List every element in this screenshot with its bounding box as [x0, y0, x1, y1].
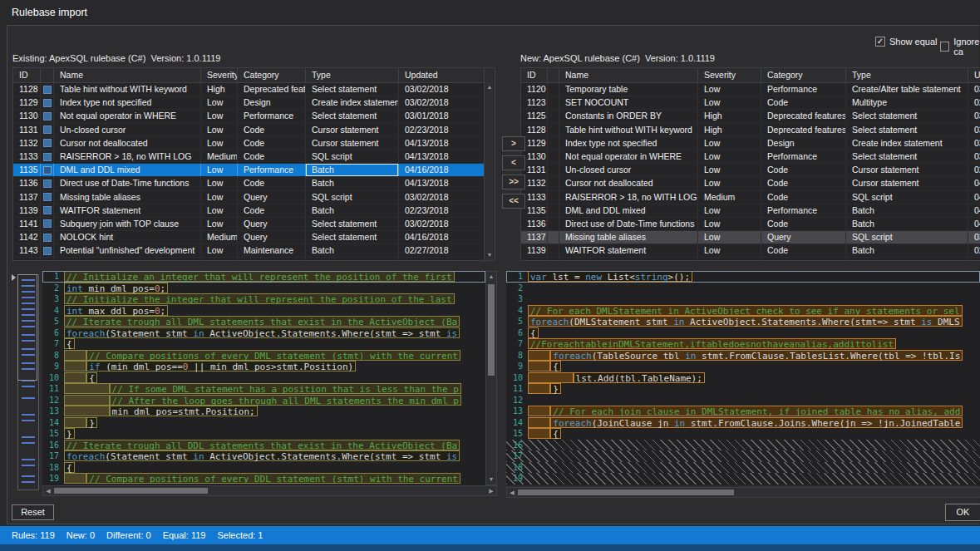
column-header[interactable]: Severity — [698, 68, 761, 82]
scrollbar-thumb[interactable] — [54, 488, 208, 494]
scroll-up-icon[interactable]: ▲ — [485, 82, 495, 92]
scrollbar-thumb[interactable] — [518, 490, 734, 495]
line-number: 3 — [42, 293, 64, 305]
line-number: 11 — [506, 383, 528, 395]
editor-horizontal-scrollbar[interactable]: ◀ — [506, 487, 980, 498]
column-header[interactable]: Name — [54, 68, 201, 82]
table-row[interactable]: 1137Missing table aliasesLowQuerySQL scr… — [521, 231, 980, 244]
grid-vertical-scrollbar[interactable]: ▲ ▼ — [484, 82, 495, 260]
existing-rules-grid[interactable]: IDNameSeverityCategoryTypeUpdated 1128Ta… — [12, 67, 495, 261]
transfer-button-left[interactable]: < — [502, 155, 525, 170]
editor-vertical-scrollbar[interactable]: ▲ ▼ — [485, 271, 497, 485]
line-number: 9 — [42, 361, 64, 372]
cell: Batch — [306, 164, 399, 176]
line-content: { — [528, 428, 980, 440]
cell: 1120 — [521, 83, 548, 96]
table-row[interactable]: 1131Un-closed cursorLowCodeCursor statem… — [521, 164, 980, 177]
cell: DML and DDL mixed — [54, 164, 201, 176]
code-line: 10{ — [42, 372, 485, 384]
table-row[interactable]: 1139WAITFOR statementLowCodeBatch02 — [521, 244, 980, 258]
cell: 1141 — [13, 218, 41, 230]
transfer-button-all-left[interactable]: << — [502, 194, 525, 209]
new-rule-code-editor[interactable]: 1var lst = new List<string>();234// For … — [506, 271, 980, 485]
table-row[interactable]: 1139WAITFOR statementLowCodeBatch02/23/2… — [13, 204, 495, 218]
column-header[interactable]: Severity — [201, 68, 238, 82]
table-row[interactable]: 1128Table hint without WITH keywordHighD… — [521, 124, 980, 137]
scroll-left-icon[interactable]: ◀ — [43, 486, 53, 495]
table-row[interactable]: 1135DML and DDL mixedLowPerformanceBatch… — [521, 204, 980, 218]
table-row[interactable]: 1123SET NOCOUNTLowCodeMultitype02 — [521, 96, 980, 110]
scrollbar-thumb[interactable] — [488, 284, 495, 376]
scroll-down-icon[interactable]: ▼ — [485, 250, 495, 260]
cell: Medium — [201, 231, 238, 244]
table-row[interactable]: 1120Temporary tableLowPerformanceCreate/… — [521, 83, 980, 96]
editor-horizontal-scrollbar[interactable]: ◀ ▶ — [42, 485, 497, 496]
code-line: 2 — [506, 283, 980, 294]
ok-button[interactable]: OK — [945, 504, 980, 521]
reset-button[interactable]: Reset — [12, 504, 54, 520]
table-row[interactable]: 1129Index type not specifiedLowDesignCre… — [13, 96, 495, 110]
table-row[interactable]: 1133RAISERROR > 18, no WITH LOGMediumCod… — [13, 150, 495, 164]
table-row[interactable]: 1128Table hint without WITH keywordHighD… — [13, 83, 495, 96]
column-header[interactable] — [548, 68, 559, 82]
transfer-button-all-right[interactable]: >> — [502, 175, 525, 189]
column-header[interactable]: ID — [13, 68, 41, 82]
table-row[interactable]: 1142NOLOCK hintMediumQuerySelect stateme… — [13, 231, 495, 244]
new-rules-grid[interactable]: IDNameSeverityCategoryTypeUp 1120Tempora… — [520, 67, 980, 261]
cell: 02/27/2018 — [399, 244, 485, 257]
table-row[interactable]: 1132Cursor not deallocatedLowCodeCursor … — [521, 177, 980, 190]
status-item: Selected: 1 — [217, 530, 263, 540]
column-header[interactable]: ID — [521, 68, 548, 82]
column-header[interactable]: Type — [306, 68, 399, 82]
rule-square-icon — [43, 139, 52, 147]
cell: NOLOCK hint — [54, 231, 201, 244]
column-header[interactable]: Name — [559, 68, 698, 82]
table-row[interactable]: 1137Missing table aliasesLowQuerySQL scr… — [13, 191, 495, 204]
column-header[interactable] — [41, 68, 54, 82]
table-row[interactable]: 1143Potential "unfinished" developmentLo… — [13, 244, 495, 258]
cell: Multitype — [846, 96, 968, 109]
table-row[interactable]: 1133RAISERROR > 18, no WITH LOGMediumCod… — [521, 191, 980, 204]
ignore-case-checkbox[interactable]: Ignore ca — [940, 37, 980, 57]
rule-square-icon — [43, 99, 52, 107]
table-row[interactable]: 1141Subquery join with TOP clauseLowQuer… — [521, 258, 980, 261]
table-row[interactable]: 1135DML and DDL mixedLowPerformanceBatch… — [13, 164, 495, 177]
table-row[interactable]: 1144Missing WHERE/JOIN clauseHighQueryMu… — [13, 258, 495, 261]
table-row[interactable]: 1129Index type not specifiedLowDesignCre… — [521, 137, 980, 150]
line-content: } — [64, 428, 485, 440]
cell: Code — [238, 177, 306, 189]
rule-icon-cell — [41, 137, 54, 150]
cell: Code — [761, 191, 846, 204]
table-row[interactable]: 1131Un-closed cursorLowCodeCursor statem… — [13, 124, 495, 137]
table-row[interactable]: 1136Direct use of Date-Time functionsLow… — [521, 218, 980, 231]
scroll-down-icon[interactable]: ▼ — [486, 475, 496, 485]
diff-map[interactable] — [17, 274, 39, 490]
table-row[interactable]: 1132Cursor not deallocatedLowCodeCursor … — [13, 137, 495, 150]
diff-map-viewport[interactable] — [17, 274, 37, 381]
existing-rule-code-editor[interactable]: 1// Initialize an integer that will repr… — [42, 271, 485, 485]
code-line: 18{ — [42, 462, 485, 474]
rule-icon-cell — [548, 137, 559, 150]
column-header[interactable]: Category — [761, 68, 846, 82]
table-row[interactable]: 1130Not equal operator in WHERELowPerfor… — [521, 150, 980, 164]
transfer-button-right[interactable]: > — [502, 136, 525, 151]
scroll-up-icon[interactable]: ▲ — [486, 272, 496, 282]
cell: 03 — [968, 231, 980, 244]
column-header[interactable]: Updated — [399, 68, 485, 82]
scroll-right-icon[interactable]: ▶ — [486, 486, 496, 495]
cell: High — [698, 124, 761, 136]
cell: 1144 — [13, 258, 41, 261]
scroll-left-icon[interactable]: ◀ — [507, 488, 517, 497]
column-header[interactable]: Up — [968, 68, 980, 82]
cell: Low — [698, 150, 761, 163]
table-row[interactable]: 1125Constants in ORDER BYHighDeprecated … — [521, 110, 980, 123]
cell: 04 — [968, 177, 980, 189]
table-row[interactable]: 1130Not equal operator in WHERELowPerfor… — [13, 110, 495, 123]
line-number: 11 — [42, 383, 64, 395]
column-header[interactable]: Category — [238, 68, 306, 82]
table-row[interactable]: 1136Direct use of Date-Time functionsLow… — [13, 177, 495, 190]
show-equal-checkbox[interactable]: ✓ Show equal — [875, 37, 938, 47]
table-row[interactable]: 1141Subquery join with TOP clauseLowQuer… — [13, 218, 495, 231]
column-header[interactable]: Type — [846, 68, 968, 82]
cell: Table hint without WITH keyword — [54, 83, 201, 96]
